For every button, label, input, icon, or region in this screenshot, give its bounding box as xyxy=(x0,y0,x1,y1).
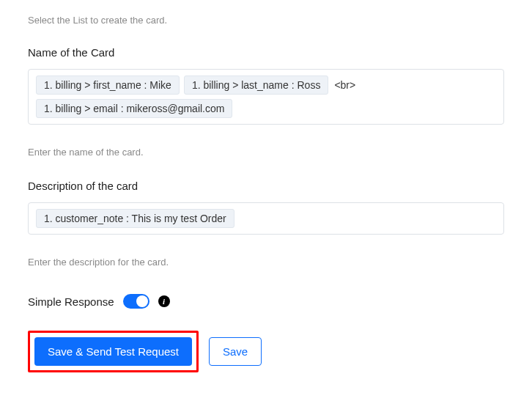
name-tag[interactable]: 1. billing > last_name : Ross xyxy=(184,76,328,95)
name-helper-text: Enter the name of the card. xyxy=(28,147,504,158)
name-tag[interactable]: 1. billing > email : mikeross@gmail.com xyxy=(36,99,232,118)
simple-response-row: Simple Response i xyxy=(28,294,504,309)
name-field-label: Name of the Card xyxy=(28,46,504,59)
name-plain-text: <br> xyxy=(333,76,357,94)
list-helper-text: Select the List to create the card. xyxy=(28,15,504,26)
description-tag[interactable]: 1. customer_note : This is my test Order xyxy=(36,209,234,228)
save-send-test-button[interactable]: Save & Send Test Request xyxy=(34,337,192,366)
button-row: Save & Send Test Request Save xyxy=(28,331,504,372)
description-field-label: Description of the card xyxy=(28,180,504,192)
name-tag[interactable]: 1. billing > first_name : Mike xyxy=(36,76,180,95)
simple-response-label: Simple Response xyxy=(28,295,114,308)
name-input-box[interactable]: 1. billing > first_name : Mike 1. billin… xyxy=(28,69,504,125)
description-input-box[interactable]: 1. customer_note : This is my test Order xyxy=(28,202,504,235)
toggle-knob xyxy=(136,295,148,307)
info-icon[interactable]: i xyxy=(158,295,170,307)
save-button[interactable]: Save xyxy=(209,337,262,366)
simple-response-toggle[interactable] xyxy=(123,294,149,309)
description-helper-text: Enter the description for the card. xyxy=(28,257,504,268)
highlight-box: Save & Send Test Request xyxy=(28,331,199,372)
